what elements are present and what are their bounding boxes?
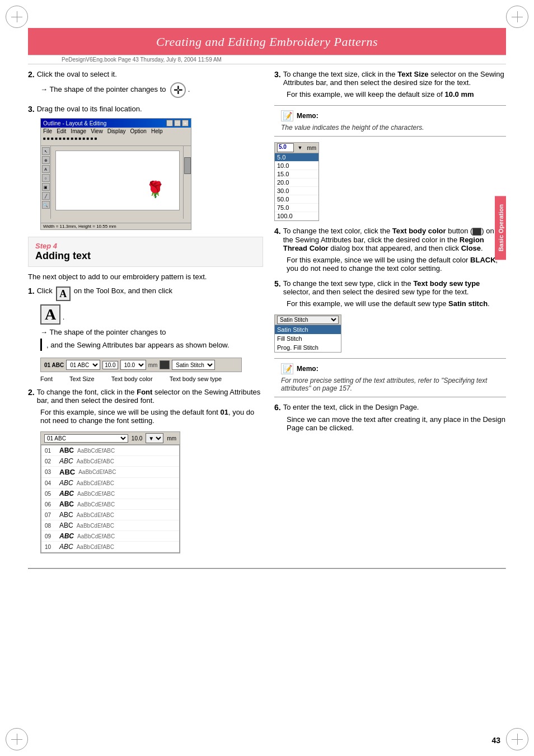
font-row-08[interactable]: 08 ABC AaBbCdEfABC	[41, 520, 179, 531]
font-dropdown[interactable]: 01 ABC 10.0 ▼ mm 01 ABC AaBbCdEfABC 02 A…	[40, 431, 180, 553]
textsize-header: 5.0 ▼ mm	[275, 143, 318, 153]
ts-row-15[interactable]: 15.0	[275, 170, 318, 179]
step-1b-text2: on the Tool Box, and then click	[74, 287, 172, 295]
step-2b-header: 2. To change the font, click in the Font…	[28, 388, 263, 405]
font-size-select[interactable]: ▼	[146, 433, 163, 443]
satin-dropdown[interactable]: Satin Stitch Satin Stitch Fill Stitch Pr…	[274, 314, 341, 353]
screenshot-canvas: ↖ ⊕ A ○ ▣ ╱ 🔍 🌹	[41, 146, 191, 219]
right-step5-header: 5. To change the text sew type, click in…	[274, 279, 506, 296]
screenshot-titlebar: Outline - Layout & Editing _ □ ×	[41, 119, 191, 128]
sidebar-icon-line: ╱	[42, 192, 50, 200]
step-1b-header: 1. Click A on the Tool Box, and then cli…	[28, 287, 263, 301]
toolbar-unit: mm	[148, 362, 158, 368]
close-btn[interactable]: ×	[182, 120, 189, 126]
step-2-header: 2. Click the oval to select it.	[28, 70, 263, 79]
right-step5-num: 5.	[274, 279, 281, 288]
memo-box-2: 📝 Memo: For more precise setting of the …	[274, 358, 506, 397]
toolbar-font-select[interactable]: 01 ABC	[66, 360, 100, 370]
right-step5-block: 5. To change the text sew type, click in…	[274, 279, 506, 308]
sidebar-icon-fill: ▣	[42, 183, 50, 191]
corner-tl	[6, 6, 28, 28]
st-row-prog-fill[interactable]: Prog. Fill Stitch	[275, 343, 341, 352]
toolbar-bar: 01 ABC 01 ABC 10.0 10.0 mm Satin Stitch	[40, 358, 242, 372]
memo-1-title: Memo:	[297, 112, 318, 120]
step-3-block: 3. Drag the oval to its final location. …	[28, 105, 263, 230]
corner-br	[506, 728, 528, 750]
page-header: Creating and Editing Embroidery Patterns	[28, 28, 506, 55]
ts-row-5[interactable]: 5.0	[275, 153, 318, 162]
textsize-mm: mm	[307, 145, 316, 151]
ts-row-100[interactable]: 100.0	[275, 212, 318, 220]
step-2b-desc: For this example, since we will be using…	[40, 408, 263, 425]
ts-row-50[interactable]: 50.0	[275, 195, 318, 204]
scrollbar-thumb	[184, 157, 191, 174]
main-content: 2. Click the oval to select it. → The sh…	[28, 64, 506, 557]
toolbar-color-box[interactable]	[160, 360, 170, 369]
ts-row-30[interactable]: 30.0	[275, 187, 318, 195]
satin-body: Satin Stitch Fill Stitch Prog. Fill Stit…	[275, 325, 341, 352]
step-2-block: 2. Click the oval to select it. → The sh…	[28, 70, 263, 98]
right-step4-desc: For this example, since we will be using…	[287, 256, 506, 273]
toolbar-size-select[interactable]: 10.0	[120, 360, 146, 370]
minimize-btn[interactable]: _	[166, 120, 173, 126]
screenshot-toolbar: ■ ■ ■ ■ ■ ■ ■ ■ ■ ■ ■ ■ ■ ■	[41, 135, 191, 146]
font-row-05[interactable]: 05 ABC AaBbCdEfABC	[41, 489, 179, 499]
satin-select[interactable]: Satin Stitch	[277, 316, 339, 324]
font-row-01[interactable]: 01 ABC AaBbCdEfABC	[41, 445, 179, 456]
side-tab: Basic Operation	[495, 196, 506, 260]
large-a-icon: A	[40, 304, 60, 325]
page-number: 43	[491, 736, 500, 745]
memo-box-1: 📝 Memo: The value indicates the height o…	[274, 105, 506, 137]
font-row-06[interactable]: 06 ABC AaBbCdEfABC	[41, 499, 179, 510]
font-row-09[interactable]: 09 ABC AaBbCdEfABC	[41, 531, 179, 542]
font-select[interactable]: 01 ABC	[44, 434, 128, 443]
maximize-btn[interactable]: □	[174, 120, 181, 126]
st-row-fill[interactable]: Fill Stitch	[275, 334, 341, 343]
satin-header: Satin Stitch	[275, 315, 341, 325]
right-step4-num: 4.	[274, 227, 281, 236]
screenshot-sidebar: ↖ ⊕ A ○ ▣ ╱ 🔍	[41, 146, 51, 219]
right-step3-block: 3. To change the text size, click in the…	[274, 70, 506, 98]
right-step5-text: To change the text sew type, click in th…	[283, 279, 506, 296]
textsize-dropdown[interactable]: 5.0 ▼ mm 5.0 10.0 15.0 20.0 30.0 50.0 75…	[274, 142, 319, 221]
corner-tr	[506, 6, 528, 28]
annot-text-body-sew: Text body sew type	[170, 375, 222, 382]
step-1b-block: 1. Click A on the Tool Box, and then cli…	[28, 287, 263, 351]
memo-icon-1: 📝	[281, 110, 293, 121]
right-step3-header: 3. To change the text size, click in the…	[274, 70, 506, 87]
screenshot-statusbar: Width = 11.3mm, Height = 10.55 mm	[41, 223, 191, 229]
step-3-num: 3.	[28, 105, 35, 114]
bottom-rule	[28, 568, 506, 569]
font-row-07[interactable]: 07 ABC AaBbCdEfABC	[41, 510, 179, 520]
screenshot-menubar: File Edit Image View Display Option Help	[41, 128, 191, 135]
step-3-text: Drag the oval to its final location.	[37, 105, 142, 113]
toolbar-stitch-select[interactable]: Satin Stitch	[172, 360, 215, 370]
font-row-03[interactable]: 03 ABC AaBbCdEfABC	[41, 467, 179, 478]
text-body-color-icon	[472, 228, 481, 236]
font-size-val: 10.0	[132, 435, 142, 442]
font-row-02[interactable]: 02 ABC AaBbCdEfABC	[41, 456, 179, 467]
ts-row-10[interactable]: 10.0	[275, 162, 318, 170]
font-row-04[interactable]: 04 ABC AaBbCdEfABC	[41, 478, 179, 489]
step-2b-text1: To change the font, click in the Font se…	[37, 388, 263, 405]
right-step6-block: 6. To enter the text, click in the Desig…	[274, 403, 506, 432]
memo-icon-2: 📝	[281, 363, 293, 374]
textsize-val: 5.0	[277, 143, 294, 152]
textsize-unit: ▼	[297, 145, 302, 151]
font-row-10[interactable]: 10 ABC AaBbCdEfABC	[41, 542, 179, 552]
memo-2-text: For more precise setting of the text att…	[281, 377, 499, 392]
canvas-scrollbar[interactable]	[183, 146, 191, 219]
st-row-satin[interactable]: Satin Stitch	[275, 325, 341, 334]
page-title: Creating and Editing Embroidery Patterns	[28, 35, 506, 49]
step4-label: Step 4	[35, 242, 256, 250]
step-2-arrow: → The shape of the pointer changes to ✛ …	[40, 82, 263, 98]
ts-row-20[interactable]: 20.0	[275, 179, 318, 187]
sidebar-icon-select: ⊕	[42, 156, 50, 164]
memo-1-text: The value indicates the height of the ch…	[281, 124, 499, 132]
ts-row-75[interactable]: 75.0	[275, 204, 318, 212]
step-2-num: 2.	[28, 70, 35, 79]
tool-a-icon: A	[56, 287, 71, 301]
right-column: 3. To change the text size, click in the…	[274, 70, 506, 557]
right-step3-text: To change the text size, click in the Te…	[283, 70, 506, 87]
annot-text-size: Text Size	[69, 375, 95, 382]
